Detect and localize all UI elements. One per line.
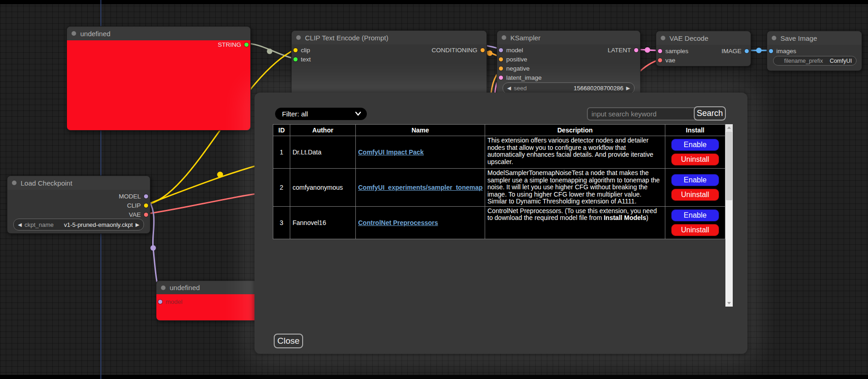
samples-slot-dot[interactable] [658, 49, 662, 53]
table-row: 2 comfyanonymous ComfyUI_experiments/sam… [273, 169, 725, 207]
node-collapse-dot[interactable] [72, 31, 76, 36]
output-slot-vae: VAE [129, 210, 148, 219]
enable-button[interactable]: Enable [671, 174, 719, 186]
clip-slot-dot[interactable] [293, 48, 298, 52]
arrow-left-icon[interactable]: ◀ [18, 222, 22, 228]
scroll-up-button[interactable] [725, 124, 733, 131]
extension-link[interactable]: ComfyUI Impact Pack [358, 148, 424, 156]
vae-out-slot-dot[interactable] [144, 213, 148, 217]
uninstall-button[interactable]: Uninstall [671, 189, 719, 201]
text-slot-dot[interactable] [293, 57, 298, 61]
search-input[interactable] [587, 107, 700, 121]
node-titlebar[interactable]: undefined [67, 27, 250, 40]
enable-button[interactable]: Enable [671, 139, 719, 151]
node-titlebar[interactable]: CLIP Text Encode (Prompt) [292, 31, 487, 44]
arrow-right-icon[interactable]: ▶ [626, 85, 630, 91]
extension-link[interactable]: ComfyUI_experiments/sampler_tonemap [358, 184, 483, 191]
slot-label: samples [665, 48, 688, 55]
uninstall-button[interactable]: Uninstall [671, 224, 719, 236]
input-slot-model: model [499, 46, 523, 54]
extension-table: ID Author Name Description Install 1 Dr.… [273, 124, 725, 239]
extension-table-zone: ID Author Name Description Install 1 Dr.… [273, 124, 733, 308]
node-body-error [67, 40, 250, 130]
wire-dot-model[interactable] [150, 245, 156, 251]
close-button[interactable]: Close [274, 334, 303, 348]
node-title: Load Checkpoint [21, 179, 72, 187]
node-title: CLIP Text Encode (Prompt) [305, 34, 388, 42]
conditioning-slot-dot[interactable] [481, 48, 485, 52]
widget-name: ckpt_name [24, 221, 54, 228]
node-collapse-dot[interactable] [772, 36, 776, 40]
node-titlebar[interactable]: Save Image [767, 31, 862, 45]
cell-description: This extension offers various detector n… [485, 136, 665, 169]
node-load-checkpoint[interactable]: Load Checkpoint MODEL CLIP VAE ◀ ckpt_na… [7, 176, 150, 234]
filter-select-wrap: Filter: all [275, 108, 367, 120]
node-titlebar[interactable]: Load Checkpoint [7, 176, 150, 190]
arrow-right-icon[interactable]: ▶ [136, 222, 139, 228]
node-ksampler[interactable]: KSampler model positive negative latent_… [497, 30, 641, 98]
node-clip-text-encode[interactable]: CLIP Text Encode (Prompt) clip text COND… [291, 30, 487, 99]
header-name: Name [356, 125, 485, 136]
scroll-down-button[interactable] [725, 300, 733, 307]
header-id: ID [273, 125, 290, 136]
input-slot-positive: positive [499, 55, 527, 63]
cell-description: ControlNet Preprocessors. (To use this e… [485, 206, 665, 239]
extension-manager-dialog: Filter: all Search ID Author Name Descri… [254, 93, 747, 354]
output-slot-latent: LATENT [608, 46, 638, 54]
uninstall-button[interactable]: Uninstall [671, 154, 719, 165]
ckpt-name-widget[interactable]: ◀ ckpt_name v1-5-pruned-emaonly.ckpt ▶ [13, 219, 144, 231]
node-collapse-dot[interactable] [502, 35, 506, 40]
node-undefined-top[interactable]: undefined STRING [66, 26, 251, 131]
input-slot-negative: negative [499, 64, 530, 72]
widget-value: ComfyUI [829, 58, 852, 64]
node-vae-decode[interactable]: VAE Decode samples vae IMAGE [656, 31, 751, 66]
header-install: Install [665, 125, 725, 136]
enable-button[interactable]: Enable [671, 209, 719, 221]
positive-slot-dot[interactable] [499, 57, 503, 61]
node-title: undefined [80, 30, 111, 38]
description-text: ) [646, 214, 648, 221]
table-row: 3 Fannovel16 ControlNet Preprocessors Co… [273, 206, 725, 239]
string-slot-dot[interactable] [244, 43, 249, 47]
arrow-left-icon[interactable]: ◀ [507, 85, 511, 91]
model-slot-dot[interactable] [158, 300, 162, 304]
node-collapse-dot[interactable] [12, 181, 17, 185]
wire-dot-clip[interactable] [217, 172, 223, 178]
images-slot-dot[interactable] [769, 49, 773, 53]
table-scrollbar[interactable] [725, 124, 733, 307]
node-titlebar[interactable]: VAE Decode [656, 31, 751, 45]
slot-label: images [776, 48, 796, 55]
node-collapse-dot[interactable] [161, 286, 166, 290]
filename-prefix-widget[interactable]: filename_prefix ComfyUI [773, 56, 857, 66]
output-slot-model: MODEL [119, 192, 148, 200]
vae-slot-dot[interactable] [658, 58, 662, 62]
cell-id: 1 [273, 136, 290, 169]
model-slot-dot[interactable] [499, 48, 503, 52]
node-save-image[interactable]: Save Image images filename_prefix ComfyU… [767, 31, 862, 71]
slot-label: model [166, 298, 182, 305]
wire-dot-latent[interactable] [645, 47, 650, 53]
node-collapse-dot[interactable] [296, 35, 301, 40]
wire-dot-cond[interactable] [487, 50, 492, 56]
filter-select[interactable]: Filter: all [275, 108, 367, 120]
input-slot-samples: samples [658, 47, 688, 55]
clip-out-slot-dot[interactable] [144, 203, 148, 208]
output-slot-clip: CLIP [127, 201, 148, 209]
extension-link[interactable]: ControlNet Preprocessors [358, 219, 438, 226]
negative-slot-dot[interactable] [499, 66, 503, 71]
wire-dot-image[interactable] [756, 48, 762, 53]
image-slot-dot[interactable] [745, 49, 749, 53]
widget-value: v1-5-pruned-emaonly.ckpt [64, 221, 133, 228]
wire-dot-string[interactable] [267, 49, 272, 54]
node-titlebar[interactable]: KSampler [497, 31, 640, 44]
model-out-slot-dot[interactable] [144, 194, 148, 198]
header-description: Description [485, 125, 665, 136]
node-collapse-dot[interactable] [661, 36, 665, 40]
cell-author: Fannovel16 [290, 206, 356, 239]
input-slot-text: text [293, 55, 311, 63]
scrollbar-thumb[interactable] [726, 132, 732, 200]
latent-out-slot-dot[interactable] [634, 48, 638, 52]
latent-slot-dot[interactable] [499, 76, 503, 80]
description-text: ModelSamplerTonemapNoiseTest a node that… [487, 169, 660, 205]
search-button[interactable]: Search [694, 106, 726, 121]
